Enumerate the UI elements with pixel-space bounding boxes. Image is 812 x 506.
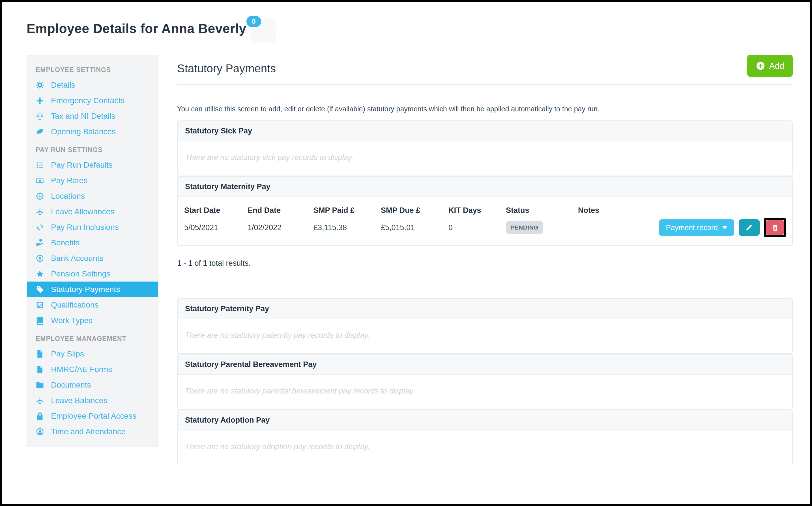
results-count: 1 - 1 of 1 total results. — [177, 259, 793, 268]
sidebar-item-employee-portal-access[interactable]: Employee Portal Access — [27, 408, 158, 424]
sidebar-item-tax-ni-details[interactable]: Tax and NI Details — [27, 108, 158, 124]
cell-smp-paid: £3,115.38 — [313, 223, 381, 232]
panel-statutory-parental-bereavement-pay: Statutory Parental Bereavement Pay There… — [177, 354, 793, 410]
sidebar-item-label: Emergency Contacts — [51, 96, 125, 105]
main-content: Statutory Payments Add You can utilise t… — [177, 55, 793, 465]
sidebar-item-label: Opening Balances — [51, 127, 116, 136]
table-row: 5/05/2021 1/02/2022 £3,115.38 £5,015.01 … — [178, 217, 792, 245]
panel-title: Statutory Maternity Pay — [178, 177, 792, 197]
sidebar-item-label: Pay Slips — [51, 349, 84, 358]
sidebar-item-label: Details — [51, 81, 75, 90]
sidebar-item-label: Bank Accounts — [51, 254, 103, 263]
list-icon — [35, 161, 47, 169]
add-button[interactable]: Add — [747, 55, 793, 77]
sidebar-section-employee-settings: EMPLOYEE SETTINGS — [27, 59, 158, 77]
section-heading: Statutory Payments — [177, 62, 276, 75]
plus-icon — [35, 96, 47, 105]
sidebar-item-hmrc-ae-forms[interactable]: HMRC/AE Forms — [27, 361, 158, 377]
file-icon — [35, 365, 47, 374]
plane-icon — [35, 207, 47, 216]
sidebar-item-pay-run-defaults[interactable]: Pay Run Defaults — [27, 157, 158, 173]
sidebar-item-label: Pay Run Defaults — [51, 161, 113, 170]
lock-icon — [35, 412, 47, 420]
scales-icon — [35, 112, 47, 120]
sidebar-item-pay-run-inclusions[interactable]: Pay Run Inclusions — [27, 219, 158, 235]
sidebar-item-label: Benefits — [51, 238, 79, 247]
leaf-icon — [35, 128, 47, 136]
trash-icon — [771, 224, 779, 231]
heading-divider — [177, 84, 793, 85]
sidebar-item-label: Time and Attendance — [51, 427, 126, 436]
column-header-smp-paid: SMP Paid £ — [313, 206, 381, 215]
sidebar-item-locations[interactable]: Locations — [27, 188, 158, 204]
page-title: Employee Details for Anna Beverly — [26, 21, 246, 36]
sidebar-item-pension-settings[interactable]: Pension Settings — [27, 266, 158, 281]
file-icon — [35, 350, 47, 358]
dollar-circle-icon — [35, 254, 47, 263]
sidebar-item-benefits[interactable]: Benefits — [27, 235, 158, 250]
book-icon — [35, 316, 47, 325]
sidebar-item-pay-rates[interactable]: Pay Rates — [27, 173, 158, 188]
folder-icon — [35, 381, 47, 389]
sidebar-item-details[interactable]: Details — [27, 77, 158, 93]
sidebar-item-label: Pay Rates — [51, 176, 87, 185]
add-button-label: Add — [769, 61, 784, 71]
sidebar-item-label: Pay Run Inclusions — [51, 223, 119, 232]
banknote-icon — [35, 176, 47, 185]
sidebar-item-label: Tax and NI Details — [51, 112, 115, 121]
edit-button[interactable] — [739, 219, 760, 236]
sidebar-item-label: Leave Allowances — [51, 207, 114, 216]
column-header-notes: Notes — [578, 206, 652, 215]
title-badge-box: 0 — [251, 19, 277, 42]
row-actions: Payment record — [652, 218, 786, 237]
panel-statutory-adoption-pay: Statutory Adoption Pay There are no stat… — [177, 410, 793, 465]
circle-plus-icon — [756, 61, 765, 71]
sidebar-item-label: Leave Balances — [51, 396, 107, 405]
cell-smp-due: £5,015.01 — [381, 223, 448, 232]
payment-record-button[interactable]: Payment record — [659, 219, 734, 236]
sidebar-item-label: Locations — [51, 192, 85, 201]
column-header-status: Status — [506, 206, 578, 215]
sidebar-item-work-types[interactable]: Work Types — [27, 313, 158, 328]
sidebar-section-pay-run-settings: PAY RUN SETTINGS — [27, 139, 158, 157]
sidebar-item-pay-slips[interactable]: Pay Slips — [27, 346, 158, 361]
hand-heart-icon — [35, 239, 47, 247]
sidebar-item-label: Work Types — [51, 316, 92, 325]
cell-end-date: 1/02/2022 — [247, 223, 313, 232]
column-header-kit-days: KIT Days — [448, 206, 506, 215]
sidebar-item-documents[interactable]: Documents — [27, 377, 158, 393]
sidebar-item-bank-accounts[interactable]: Bank Accounts — [27, 250, 158, 266]
delete-button-highlight-frame — [764, 218, 786, 237]
column-header-end-date: End Date — [247, 206, 313, 215]
sidebar-item-leave-allowances[interactable]: Leave Allowances — [27, 204, 158, 219]
chevron-down-icon — [722, 226, 727, 229]
empty-state-text: There are no statutory sick pay records … — [178, 141, 792, 176]
tag-icon — [35, 285, 47, 294]
sync-icon — [35, 223, 47, 232]
sidebar-item-emergency-contacts[interactable]: Emergency Contacts — [27, 93, 158, 108]
sidebar-item-label: Qualifications — [51, 301, 98, 310]
sidebar-item-opening-balances[interactable]: Opening Balances — [27, 124, 158, 139]
sidebar-item-label: Pension Settings — [51, 269, 110, 278]
column-header-smp-due: SMP Due £ — [381, 206, 448, 215]
panel-statutory-sick-pay: Statutory Sick Pay There are no statutor… — [177, 120, 793, 176]
intro-text: You can utilise this screen to add, edit… — [177, 105, 793, 113]
sidebar-item-qualifications[interactable]: Qualifications — [27, 297, 158, 313]
empty-state-text: There are no statutory paternity pay rec… — [178, 319, 792, 353]
table-header-row: Start Date End Date SMP Paid £ SMP Due £… — [178, 197, 792, 217]
panel-title: Statutory Adoption Pay — [178, 410, 792, 430]
sidebar: EMPLOYEE SETTINGS Details Emergency Cont… — [26, 55, 158, 447]
empty-state-text: There are no statutory adoption pay reco… — [178, 430, 792, 465]
delete-button[interactable] — [766, 220, 784, 235]
cell-start-date: 5/05/2021 — [184, 223, 247, 232]
pencil-icon — [745, 224, 753, 231]
panel-title: Statutory Sick Pay — [178, 121, 792, 141]
plane-icon — [35, 396, 47, 405]
sidebar-item-statutory-payments[interactable]: Statutory Payments — [27, 281, 158, 297]
sidebar-item-time-and-attendance[interactable]: Time and Attendance — [27, 424, 158, 439]
sidebar-item-leave-balances[interactable]: Leave Balances — [27, 393, 158, 408]
sidebar-item-label: Employee Portal Access — [51, 412, 136, 421]
gear-icon — [35, 81, 47, 89]
payment-record-label: Payment record — [666, 223, 718, 232]
panel-statutory-maternity-pay: Statutory Maternity Pay Start Date End D… — [177, 176, 793, 246]
